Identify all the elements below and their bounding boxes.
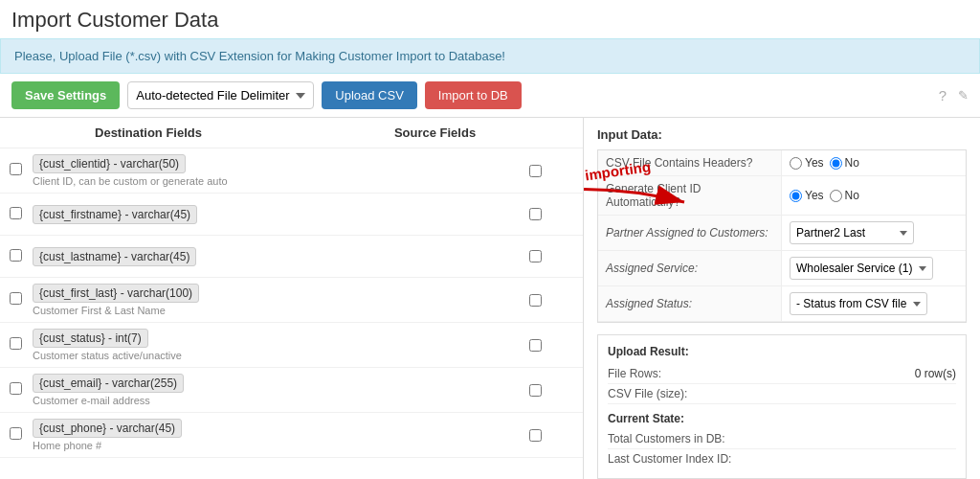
field-desc-3: Customer First & Last Name <box>33 305 497 316</box>
last-index-label: Last Customer Index ID: <box>608 452 731 466</box>
service-select[interactable]: Wholesaler Service (1)Basic ServicePremi… <box>790 257 933 280</box>
table-row: {cust_clientid} - varchar(50) Client ID,… <box>0 148 583 194</box>
csv-headers-value: Yes No <box>782 150 966 176</box>
dest-checkbox-4[interactable] <box>10 337 22 350</box>
dest-checkbox-1[interactable] <box>10 207 22 219</box>
field-desc-5: Customer e-mail address <box>33 395 497 406</box>
upload-result-title: Upload Result: <box>608 345 956 358</box>
service-label: Assigned Service: <box>598 251 782 286</box>
src-checkbox-0[interactable] <box>529 165 542 177</box>
input-data-title: Input Data: <box>597 127 967 142</box>
field-tag-6: {cust_phone} - varchar(45) <box>33 419 182 438</box>
left-panel: Destination Fields Source Fields {cust_c… <box>0 118 584 479</box>
src-checkbox-1[interactable] <box>529 208 542 220</box>
field-tag-1: {cust_firstname} - varchar(45) <box>33 205 197 224</box>
input-data-grid: CSV File Contains Headers? Yes No Genera… <box>597 149 967 323</box>
src-checkbox-6[interactable] <box>529 429 542 442</box>
file-rows-value: 0 row(s) <box>915 367 956 380</box>
csv-file-row: CSV File (size): <box>608 384 956 404</box>
generate-id-no-radio[interactable]: No <box>830 189 859 202</box>
dest-checkbox-2[interactable] <box>10 249 22 262</box>
field-tag-5: {cust_email} - varchar(255) <box>33 374 184 393</box>
field-desc-4: Customer status active/unactive <box>33 350 497 361</box>
status-label: Assigned Status: <box>598 286 782 322</box>
current-state-title: Current State: <box>608 412 956 425</box>
table-row: {cust_phone} - varchar(45) Home phone # <box>0 413 583 458</box>
delimiter-select[interactable]: Auto-detected File DelimiterComma (,)Sem… <box>127 81 314 109</box>
upload-csv-button[interactable]: Upload CSV <box>322 81 417 109</box>
dest-checkbox-0[interactable] <box>10 163 22 175</box>
src-fields-header: Source Fields <box>287 125 583 140</box>
generate-id-label: Generate Client ID Automatically? <box>598 176 782 216</box>
total-customers-label: Total Customers in DB: <box>608 432 725 445</box>
src-checkbox-4[interactable] <box>529 339 542 352</box>
file-rows-label: File Rows: <box>608 367 661 380</box>
generate-id-yes-radio[interactable]: Yes <box>790 189 824 202</box>
partner-value: Partner2 LastPartner1None <box>782 216 966 251</box>
field-desc-6: Home phone # <box>33 440 497 451</box>
field-tag-0: {cust_clientid} - varchar(50) <box>33 154 186 173</box>
table-row: {cust_firstname} - varchar(45) <box>0 194 583 236</box>
field-tag-2: {cust_lastname} - varchar(45) <box>33 247 196 266</box>
partner-label: Partner Assigned to Customers: <box>598 216 782 251</box>
import-to-db-button[interactable]: Import to DB <box>425 81 522 109</box>
table-row: {cust_first_last} - varchar(100) Custome… <box>0 278 583 323</box>
help-icon[interactable]: ? <box>939 87 947 103</box>
last-index-row: Last Customer Index ID: <box>608 449 956 468</box>
page-title: Import Customer Data <box>0 0 980 38</box>
field-tag-4: {cust_status} - int(7) <box>33 329 148 348</box>
src-checkbox-2[interactable] <box>529 250 542 262</box>
dest-checkbox-5[interactable] <box>10 382 22 395</box>
csv-headers-no-radio[interactable]: No <box>830 156 859 170</box>
src-checkbox-5[interactable] <box>529 384 542 397</box>
csv-headers-label: CSV File Contains Headers? <box>598 150 782 176</box>
dest-checkbox-6[interactable] <box>10 427 22 440</box>
total-customers-row: Total Customers in DB: <box>608 429 956 449</box>
field-desc-0: Client ID, can be custom or generate aut… <box>33 175 497 187</box>
upload-result-box: Upload Result: File Rows: 0 row(s) CSV F… <box>597 334 967 479</box>
dest-checkbox-3[interactable] <box>10 292 22 305</box>
table-row: {cust_email} - varchar(255) Customer e-m… <box>0 368 583 413</box>
save-settings-button[interactable]: Save Settings <box>11 81 120 109</box>
field-tag-3: {cust_first_last} - varchar(100) <box>33 284 199 303</box>
file-rows-row: File Rows: 0 row(s) <box>608 364 956 384</box>
info-banner: Please, Upload File (*.csv) with CSV Ext… <box>0 38 980 74</box>
generate-id-value: Yes No <box>782 176 966 216</box>
edit-icon[interactable]: ✎ <box>958 88 969 103</box>
right-panel: Assign Partner during importing Input Da… <box>584 118 980 479</box>
table-row: {cust_lastname} - varchar(45) <box>0 236 583 278</box>
table-row: {cust_status} - int(7) Customer status a… <box>0 323 583 368</box>
src-checkbox-3[interactable] <box>529 294 542 307</box>
status-select[interactable]: - Status from CSV fileActiveInactive <box>790 292 927 315</box>
dest-fields-header: Destination Fields <box>0 125 287 140</box>
partner-select[interactable]: Partner2 LastPartner1None <box>790 221 914 244</box>
status-value: - Status from CSV fileActiveInactive <box>782 286 966 322</box>
csv-file-label: CSV File (size): <box>608 387 687 400</box>
service-value: Wholesaler Service (1)Basic ServicePremi… <box>782 251 966 286</box>
csv-headers-yes-radio[interactable]: Yes <box>790 156 824 170</box>
